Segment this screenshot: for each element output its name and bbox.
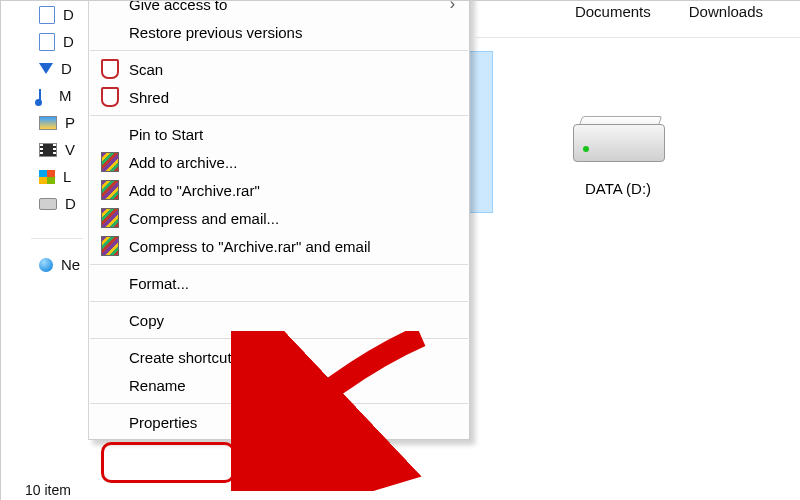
context-menu: Give access to › Restore previous versio…: [88, 0, 470, 440]
winrar-icon: [101, 181, 119, 199]
menu-label: Scan: [129, 61, 455, 78]
drive-d[interactable]: DATA (D:): [558, 116, 678, 197]
menu-label: Create shortcut: [129, 349, 455, 366]
blank-icon: [101, 413, 119, 431]
menu-separator: [90, 301, 468, 302]
menu-separator: [90, 403, 468, 404]
mcafee-icon: [101, 60, 119, 78]
menu-compress-rar-email[interactable]: Compress to "Archive.rar" and email: [89, 232, 469, 260]
menu-separator: [90, 338, 468, 339]
mcafee-icon: [101, 88, 119, 106]
nav-downloads[interactable]: Downloads: [689, 3, 763, 20]
menu-label: Pin to Start: [129, 126, 455, 143]
menu-properties[interactable]: Properties: [89, 408, 469, 436]
tree-separator: [31, 238, 83, 239]
menu-format[interactable]: Format...: [89, 269, 469, 297]
menu-rename[interactable]: Rename: [89, 371, 469, 399]
annotation-highlight-box: [101, 442, 235, 483]
menu-separator: [90, 50, 468, 51]
menu-restore-previous[interactable]: Restore previous versions: [89, 18, 469, 46]
menu-copy[interactable]: Copy: [89, 306, 469, 334]
blank-icon: [101, 23, 119, 41]
menu-label: Add to archive...: [129, 154, 455, 171]
menu-label: Rename: [129, 377, 455, 394]
winrar-icon: [101, 153, 119, 171]
menu-label: Format...: [129, 275, 455, 292]
menu-separator: [90, 115, 468, 116]
winrar-icon: [101, 237, 119, 255]
menu-label: Shred: [129, 89, 455, 106]
menu-create-shortcut[interactable]: Create shortcut: [89, 343, 469, 371]
drive-icon: [573, 116, 663, 166]
menu-label: Compress to "Archive.rar" and email: [129, 238, 455, 255]
menu-add-to-rar[interactable]: Add to "Archive.rar": [89, 176, 469, 204]
winrar-icon: [101, 209, 119, 227]
menu-label: Add to "Archive.rar": [129, 182, 455, 199]
menu-scan[interactable]: Scan: [89, 55, 469, 83]
nav-documents[interactable]: Documents: [575, 3, 651, 20]
drive-d-label: DATA (D:): [558, 180, 678, 197]
blank-icon: [101, 348, 119, 366]
explorer-window: Documents Downloads DATA (D:) D D D M P …: [0, 0, 800, 500]
menu-label: Give access to: [129, 0, 450, 13]
menu-pin-start[interactable]: Pin to Start: [89, 120, 469, 148]
menu-label: Copy: [129, 312, 455, 329]
menu-label: Properties: [129, 414, 455, 431]
blank-icon: [101, 311, 119, 329]
menu-separator: [90, 264, 468, 265]
chevron-right-icon: ›: [450, 0, 455, 13]
blank-icon: [101, 0, 119, 13]
blank-icon: [101, 274, 119, 292]
blank-icon: [101, 376, 119, 394]
menu-compress-email[interactable]: Compress and email...: [89, 204, 469, 232]
menu-shred[interactable]: Shred: [89, 83, 469, 111]
menu-label: Restore previous versions: [129, 24, 455, 41]
menu-give-access[interactable]: Give access to ›: [89, 0, 469, 18]
blank-icon: [101, 125, 119, 143]
status-bar: 10 item: [25, 482, 71, 498]
separator: [476, 37, 800, 38]
menu-add-archive[interactable]: Add to archive...: [89, 148, 469, 176]
menu-label: Compress and email...: [129, 210, 455, 227]
